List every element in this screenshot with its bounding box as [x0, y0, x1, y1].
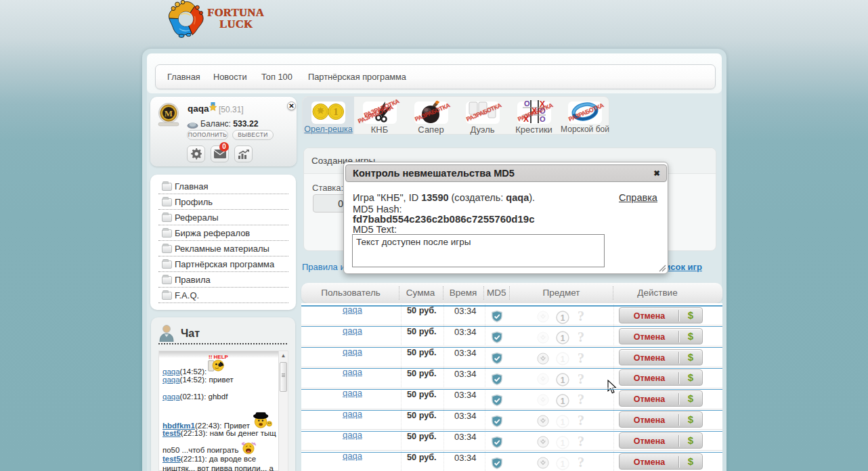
svg-text:1: 1: [561, 355, 565, 364]
svg-text:O: O: [524, 99, 530, 108]
svg-text:M: M: [165, 108, 173, 118]
svg-text:O: O: [540, 115, 546, 123]
svg-text:1: 1: [561, 418, 565, 427]
svg-text:1: 1: [561, 376, 565, 385]
svg-text:1: 1: [334, 107, 339, 117]
svg-text:1: 1: [561, 459, 565, 468]
svg-text:1: 1: [561, 397, 565, 406]
svg-text:1: 1: [561, 313, 565, 322]
svg-text:1: 1: [561, 438, 565, 447]
svg-text:1: 1: [561, 334, 565, 343]
